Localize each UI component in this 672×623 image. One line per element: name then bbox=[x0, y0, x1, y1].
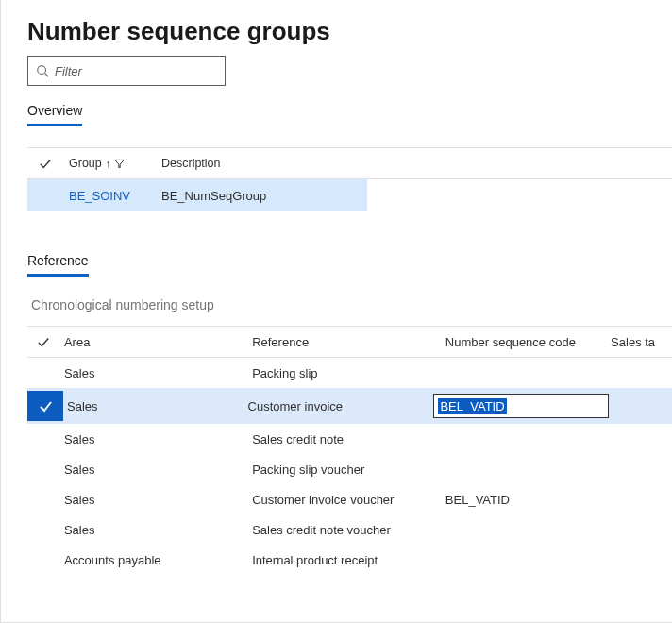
reference-row[interactable]: SalesCustomer invoice voucherBEL_VATID bbox=[27, 484, 672, 514]
reference-row[interactable]: SalesCustomer invoiceBEL_VATID bbox=[27, 388, 672, 424]
reference-row[interactable]: SalesSales credit note voucher bbox=[27, 514, 672, 545]
section-chronological-numbering: Chronological numbering setup bbox=[27, 297, 672, 312]
column-header-code[interactable]: Number sequence code bbox=[445, 329, 611, 355]
column-header-area[interactable]: Area bbox=[60, 329, 252, 355]
cell-salestax bbox=[611, 463, 672, 475]
cell-number-sequence-code bbox=[445, 433, 611, 445]
cell-number-sequence-code bbox=[445, 463, 611, 475]
cell-salestax bbox=[611, 367, 672, 379]
column-header-description[interactable]: Description bbox=[161, 151, 341, 176]
overview-grid: Group ↑ Description BE_SOINV BE_NumSeqGr… bbox=[27, 147, 672, 211]
cell-reference: Customer invoice bbox=[248, 394, 434, 419]
page-title: Number sequence groups bbox=[27, 17, 672, 46]
reference-grid-header: Area Reference Number sequence code Sale… bbox=[27, 326, 672, 358]
cell-reference: Sales credit note bbox=[252, 427, 445, 452]
reference-row[interactable]: SalesPacking slip voucher bbox=[27, 454, 672, 484]
row-select-checkbox[interactable] bbox=[27, 391, 63, 421]
svg-marker-2 bbox=[115, 160, 125, 167]
cell-reference: Packing slip bbox=[252, 361, 445, 386]
svg-point-0 bbox=[38, 66, 46, 75]
cell-reference: Sales credit note voucher bbox=[252, 517, 445, 543]
reference-grid: Area Reference Number sequence code Sale… bbox=[27, 326, 672, 575]
cell-salestax bbox=[611, 554, 672, 565]
overview-grid-header: Group ↑ Description bbox=[27, 147, 672, 179]
filter-icon[interactable] bbox=[114, 159, 125, 169]
column-header-salestax[interactable]: Sales ta bbox=[611, 329, 672, 355]
cell-reference: Packing slip voucher bbox=[252, 457, 445, 482]
cell-number-sequence-code: BEL_VATID bbox=[445, 487, 611, 513]
overview-row[interactable]: BE_SOINV BE_NumSeqGroup bbox=[27, 179, 367, 211]
column-header-reference[interactable]: Reference bbox=[252, 329, 445, 355]
search-icon bbox=[36, 64, 49, 77]
tab-reference[interactable]: Reference bbox=[27, 249, 89, 277]
cell-area: Sales bbox=[63, 394, 248, 419]
cell-reference: Internal product receipt bbox=[252, 547, 445, 573]
cell-number-sequence-code[interactable]: BEL_VATID bbox=[433, 388, 613, 424]
column-header-group[interactable]: Group ↑ bbox=[63, 151, 161, 176]
select-all-checkbox[interactable] bbox=[27, 335, 60, 348]
reference-row[interactable]: SalesPacking slip bbox=[27, 358, 672, 388]
cell-area: Sales bbox=[60, 517, 252, 543]
number-sequence-code-input[interactable]: BEL_VATID bbox=[433, 394, 609, 418]
reference-row[interactable]: SalesSales credit note bbox=[27, 424, 672, 454]
cell-salestax bbox=[611, 433, 672, 445]
cell-area: Sales bbox=[60, 457, 252, 482]
filter-box[interactable] bbox=[27, 56, 226, 86]
cell-salestax bbox=[613, 400, 672, 412]
cell-number-sequence-code bbox=[445, 554, 611, 565]
group-link[interactable]: BE_SOINV bbox=[69, 189, 130, 203]
cell-area: Accounts payable bbox=[60, 547, 252, 573]
cell-salestax bbox=[611, 494, 672, 505]
column-header-group-label: Group bbox=[69, 157, 102, 170]
cell-area: Sales bbox=[60, 427, 252, 452]
reference-row[interactable]: Accounts payableInternal product receipt bbox=[27, 545, 672, 575]
group-description: BE_NumSeqGroup bbox=[161, 183, 341, 209]
cell-number-sequence-code bbox=[445, 367, 611, 379]
cell-salestax bbox=[611, 524, 672, 535]
select-all-checkbox[interactable] bbox=[27, 157, 63, 170]
tab-overview[interactable]: Overview bbox=[27, 99, 82, 126]
cell-area: Sales bbox=[60, 361, 252, 386]
cell-reference: Customer invoice voucher bbox=[252, 487, 445, 513]
cell-area: Sales bbox=[60, 487, 252, 513]
cell-number-sequence-code bbox=[445, 524, 611, 535]
svg-line-1 bbox=[45, 74, 49, 77]
filter-input[interactable] bbox=[55, 64, 217, 78]
sort-asc-icon: ↑ bbox=[106, 158, 111, 169]
